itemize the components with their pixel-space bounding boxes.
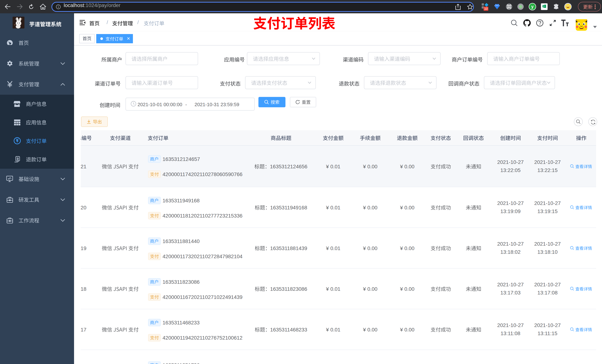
svg-text:10: 10 (484, 7, 488, 10)
svg-text:y: y (531, 4, 534, 9)
